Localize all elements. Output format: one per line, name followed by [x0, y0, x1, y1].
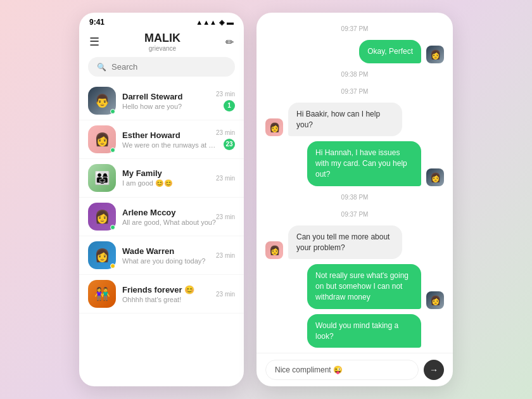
chat-info: Esther Howard We were on the runways at …	[122, 130, 216, 149]
message-timestamp: 09:38 PM	[265, 194, 444, 201]
chat-meta: 23 min 23	[216, 129, 235, 150]
avatar-wrap: 👩	[88, 241, 116, 269]
chat-list: 👨 Darrell Steward Hello how are you? 23 …	[79, 82, 244, 386]
chat-meta: 23 min	[216, 252, 235, 259]
online-dot	[110, 148, 115, 153]
message-row: 👩 Hi Baakir, how can I help you?	[265, 103, 444, 137]
chat-preview: Ohhhh that's great!	[122, 296, 216, 303]
message-row: 👩 Can you tell me more about your proble…	[265, 225, 444, 260]
unread-badge: 23	[224, 139, 235, 150]
status-icons: ▲▲▲ ◈ ▬	[196, 18, 234, 27]
chat-time: 23 min	[216, 291, 235, 298]
chat-item[interactable]: 👩 Arlene Mccoy All are good, What about …	[79, 198, 244, 236]
chat-time: 23 min	[216, 129, 235, 136]
chat-input-area: →	[256, 353, 453, 386]
avatar-wrap: 👨	[88, 87, 116, 115]
avatar: 👨‍👩‍👧	[88, 164, 116, 192]
chat-meta: 23 min 1	[216, 91, 235, 111]
chat-meta: 23 min	[216, 175, 235, 182]
message-avatar: 👩	[265, 118, 283, 136]
chat-name: My Family	[122, 168, 216, 178]
chat-time: 23 min	[216, 91, 235, 98]
chat-time: 23 min	[216, 252, 235, 259]
message-bubble: Not really sure what's going on but some…	[307, 264, 421, 308]
chat-meta: 23 min	[216, 291, 235, 298]
message-timestamp: 09:37 PM	[265, 25, 444, 32]
search-bar[interactable]: 🔍	[88, 57, 235, 77]
chat-preview: Hello how are you?	[122, 103, 216, 110]
chat-item[interactable]: 👫 Friends forever 😊 Ohhhh that's great! …	[79, 275, 244, 314]
message-row: Would you mind taking a look?	[265, 314, 444, 348]
header-title: MALIK grievance	[144, 32, 180, 52]
send-button[interactable]: →	[424, 360, 444, 380]
avatar-wrap: 👩	[88, 203, 116, 231]
chat-info: Darrell Steward Hello how are you?	[122, 92, 216, 110]
chat-list-panel: 9:41 ▲▲▲ ◈ ▬ ☰ MALIK grievance ✏ 🔍	[79, 13, 244, 386]
chat-item[interactable]: 👨‍👩‍👧 My Family I am good 😊😊 23 min	[79, 159, 244, 198]
status-bar: 9:41 ▲▲▲ ◈ ▬	[79, 13, 244, 29]
message-row: 👩 Okay, Perfect	[265, 40, 444, 63]
signal-icon: ▲▲▲	[196, 18, 217, 26]
chat-info: Wade Warren What are you doing today?	[122, 246, 216, 265]
message-row: 👩 Hi Hannah, I have issues with my card.…	[265, 141, 444, 186]
chat-name: Esther Howard	[122, 130, 216, 140]
message-bubble: Would you mind taking a look?	[307, 314, 421, 348]
message-timestamp: 09:37 PM	[265, 211, 444, 218]
panel-header: ☰ MALIK grievance ✏	[79, 29, 244, 57]
message-bubble: Can you tell me more about your problem?	[288, 225, 402, 260]
unread-badge: 1	[224, 100, 235, 111]
avatar-wrap: 👩	[88, 125, 116, 153]
chat-info: Friends forever 😊 Ohhhh that's great!	[122, 285, 216, 303]
status-time: 9:41	[89, 18, 104, 27]
message-avatar: 👩	[426, 168, 444, 186]
message-timestamp: 09:38 PM	[265, 71, 444, 78]
chat-item[interactable]: 👩 Esther Howard We were on the runways a…	[79, 120, 244, 159]
chat-preview: All are good, What about you?	[122, 218, 216, 226]
chat-preview: What are you doing today?	[122, 257, 216, 265]
avatar-wrap: 👫	[88, 280, 116, 308]
chat-time: 23 min	[216, 175, 235, 182]
search-input[interactable]	[111, 62, 226, 72]
chat-name: Wade Warren	[122, 246, 216, 256]
battery-icon: ▬	[227, 18, 234, 26]
message-bubble: Hi Baakir, how can I help you?	[288, 103, 402, 137]
message-avatar: 👩	[426, 291, 444, 309]
message-avatar: 👩	[426, 46, 444, 63]
wifi-icon: ◈	[219, 18, 224, 27]
compose-icon[interactable]: ✏	[225, 36, 234, 48]
hamburger-icon[interactable]: ☰	[89, 35, 99, 49]
chat-name: Arlene Mccoy	[122, 208, 216, 217]
chat-preview: We were on the runways at the...	[122, 141, 216, 149]
online-dot	[110, 263, 115, 269]
message-avatar: 👩	[265, 241, 283, 259]
message-bubble: Okay, Perfect	[359, 40, 421, 63]
online-dot	[110, 225, 115, 230]
chat-name: Darrell Steward	[122, 92, 216, 101]
chat-item[interactable]: 👨 Darrell Steward Hello how are you? 23 …	[79, 82, 244, 120]
message-row: 👩 Not really sure what's going on but so…	[265, 264, 444, 308]
messages-area: 09:37 PM 👩 Okay, Perfect 09:38 PM09:37 P…	[256, 13, 453, 353]
message-input[interactable]	[265, 360, 419, 380]
message-timestamp: 09:37 PM	[265, 88, 444, 95]
chat-name: Friends forever 😊	[122, 285, 216, 294]
app-name: MALIK	[144, 32, 180, 44]
avatar-wrap: 👨‍👩‍👧	[88, 164, 116, 192]
message-bubble: Hi Hannah, I have issues with my card. C…	[307, 141, 421, 186]
chat-preview: I am good 😊😊	[122, 179, 216, 187]
chat-meta: 23 min	[216, 213, 235, 220]
avatar: 👫	[88, 280, 116, 308]
chat-window-panel: 09:37 PM 👩 Okay, Perfect 09:38 PM09:37 P…	[256, 13, 453, 386]
chat-item[interactable]: 👩 Wade Warren What are you doing today? …	[79, 236, 244, 275]
chat-info: My Family I am good 😊😊	[122, 168, 216, 187]
app-container: 9:41 ▲▲▲ ◈ ▬ ☰ MALIK grievance ✏ 🔍	[79, 13, 453, 386]
online-dot	[110, 109, 115, 114]
chat-time: 23 min	[216, 213, 235, 220]
chat-info: Arlene Mccoy All are good, What about yo…	[122, 208, 216, 226]
search-icon: 🔍	[97, 63, 106, 72]
app-subtitle: grievance	[144, 45, 180, 52]
